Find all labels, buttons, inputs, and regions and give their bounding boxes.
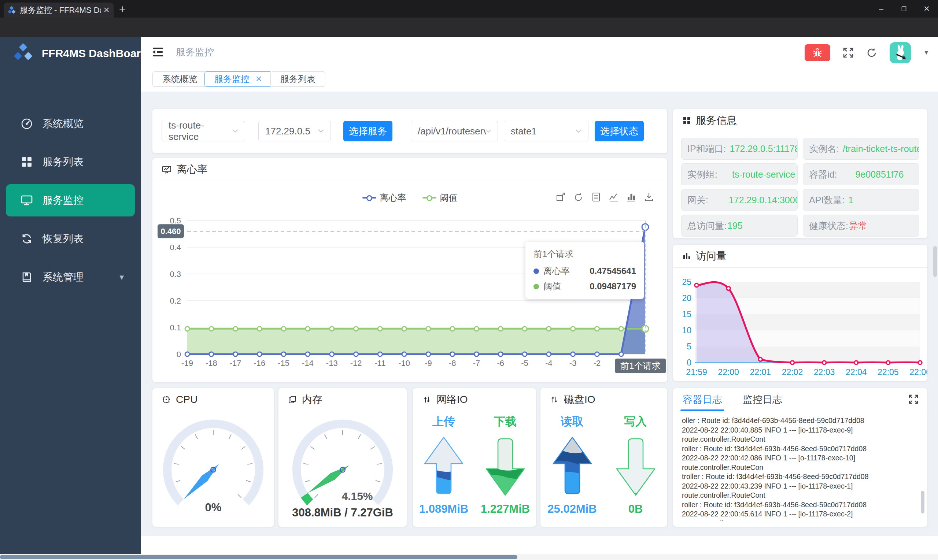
breadcrumb[interactable]: 服务监控 (176, 46, 214, 58)
window-maximize-button[interactable]: ❐ (893, 0, 915, 18)
toolbox-line-icon[interactable] (608, 192, 619, 202)
toolbox-zoom-icon[interactable] (556, 192, 566, 202)
toolbox-save-icon[interactable] (644, 192, 654, 202)
window-minimize-button[interactable]: – (870, 0, 893, 18)
tooltip-title: 前1个请求 (533, 248, 636, 260)
avatar-caret-icon[interactable]: ▼ (923, 49, 929, 56)
memory-card: 内存 4.15% 308.8MiB / 7.27GiB (279, 388, 407, 527)
eccentricity-title: 离心率 (177, 163, 207, 177)
svg-text:20: 20 (682, 293, 692, 303)
monitor-icon (20, 194, 33, 206)
info-field-health-status: 健康状态:异常 (803, 215, 919, 237)
sidebar-item-service-monitor[interactable]: 服务监控 (6, 184, 135, 217)
tooltip-series-name: 阈值 (544, 280, 561, 292)
toolbox-bar-icon[interactable] (626, 192, 636, 202)
svg-text:-5: -5 (521, 358, 528, 368)
svg-text:-16: -16 (254, 358, 265, 368)
svg-text:前1个请求: 前1个请求 (620, 361, 660, 371)
svg-text:-12: -12 (350, 358, 362, 368)
ip-select[interactable]: 172.29.0.5 (258, 121, 331, 142)
svg-text:-18: -18 (206, 358, 217, 368)
svg-text:0.460: 0.460 (160, 227, 181, 236)
svg-text:-3: -3 (569, 358, 577, 368)
cpu-card: CPU 0% (152, 388, 274, 527)
new-tab-button[interactable]: + (119, 4, 126, 15)
legend-marker-icon (362, 195, 376, 200)
series-dot-icon (533, 284, 539, 289)
select-state-button[interactable]: 选择状态 (595, 121, 644, 142)
visits-title: 访问量 (696, 249, 727, 263)
sidebar-item-label: 服务监控 (43, 193, 83, 207)
bug-button[interactable] (805, 44, 830, 61)
page-horizontal-scrollbar[interactable] (0, 554, 938, 560)
series-dot-icon (533, 268, 539, 274)
toolbox-restore-icon[interactable] (573, 192, 584, 202)
tag-service-list[interactable]: 服务列表 (270, 71, 325, 87)
browser-tab-bar: 服务监控 - FFR4MS DashBoard ✕ + – ❐ ✕ (0, 0, 938, 18)
sidebar-collapse-icon[interactable] (152, 46, 164, 58)
memory-percent: 4.15% (293, 490, 421, 503)
tab-container-logs[interactable]: 容器日志 (682, 388, 722, 411)
sidebar-item-recovery-list[interactable]: 恢复列表 (0, 223, 141, 255)
state-select[interactable]: state1 (504, 121, 588, 142)
svg-text:22:04: 22:04 (846, 367, 867, 377)
tag-overview[interactable]: 系统概览 (152, 71, 207, 87)
svg-text:-6: -6 (497, 358, 504, 368)
memory-title: 内存 (302, 392, 322, 406)
toolbox-dataview-icon[interactable] (591, 192, 601, 202)
logs-scrollbar-thumb[interactable] (921, 491, 924, 514)
tooltip-row: 离心率 0.47545641 (533, 265, 636, 277)
upload-arrow-icon (422, 435, 466, 497)
svg-text:-7: -7 (473, 358, 481, 368)
upload-value: 1.089MiB (413, 503, 474, 516)
tab-monitor-logs[interactable]: 监控日志 (743, 388, 782, 411)
sidebar: FFR4MS DashBoard 系统概览 服务列表 服务监控 (0, 37, 141, 560)
tag-label: 服务列表 (280, 73, 316, 85)
sidebar-item-service-list[interactable]: 服务列表 (0, 146, 141, 178)
download-value: 1.227MiB (474, 503, 536, 516)
tooltip-series-value: 0.47545641 (590, 266, 636, 276)
api-select[interactable]: /api/v1/routeservic (411, 121, 498, 142)
state-select-value: state1 (511, 126, 537, 137)
grid-small-icon (682, 117, 691, 125)
memory-detail: 308.8MiB / 7.27GiB (279, 506, 407, 519)
window-close-button[interactable]: ✕ (915, 0, 938, 18)
sidebar-item-label: 服务列表 (43, 155, 83, 169)
bar-chart-icon (682, 252, 691, 260)
tab-title: 服务监控 - FFR4MS DashBoard (20, 5, 101, 16)
cpu-percent: 0% (152, 501, 274, 514)
legend-item-eccentricity[interactable]: 离心率 (362, 192, 407, 204)
filter-card: ts-route-service 172.29.0.5 选择服务 /api/v1… (152, 109, 667, 153)
page-vertical-scrollbar-thumb[interactable] (933, 246, 937, 277)
sidebar-item-label: 恢复列表 (43, 232, 83, 246)
svg-text:10: 10 (682, 326, 692, 335)
fullscreen-icon[interactable] (843, 47, 854, 58)
sidebar-item-system-manage[interactable]: 系统管理 ▼ (0, 261, 141, 293)
tab-close-icon[interactable]: ✕ (103, 6, 110, 15)
service-info-card: 服务信息 IP和端口:172.29.0.5:11178 实例名:/train-t… (673, 109, 927, 238)
service-select[interactable]: ts-route-service (162, 121, 245, 142)
tag-service-monitor[interactable]: 服务监控 ✕ (205, 71, 272, 87)
info-field-container-id: 容器id:9e00851f76 (803, 163, 919, 185)
svg-text:-13: -13 (326, 358, 338, 368)
download-arrow-icon (483, 435, 527, 497)
tooltip-series-name: 离心率 (544, 265, 570, 277)
logs-expand-icon[interactable] (908, 394, 919, 405)
sidebar-item-overview[interactable]: 系统概览 (0, 108, 141, 140)
refresh-page-icon[interactable] (866, 47, 877, 58)
page-horizontal-scrollbar-thumb[interactable] (0, 555, 518, 559)
brand-name: FFR4MS DashBoard (42, 47, 147, 60)
svg-text:5: 5 (687, 342, 692, 351)
tag-close-icon[interactable]: ✕ (256, 74, 262, 84)
select-service-button[interactable]: 选择服务 (343, 121, 393, 142)
svg-text:-14: -14 (302, 358, 314, 368)
browser-tab[interactable]: 服务监控 - FFR4MS DashBoard ✕ (4, 3, 114, 18)
legend-item-threshold[interactable]: 阈值 (422, 192, 457, 204)
chevron-down-icon (576, 129, 582, 133)
svg-text:-4: -4 (545, 358, 553, 368)
svg-text:0: 0 (177, 350, 181, 359)
disk-io-card: 磁盘IO 读取 25.02MiB 写入 0B (541, 388, 667, 527)
app-navbar: 服务监控 (141, 37, 938, 67)
chevron-down-icon (486, 129, 491, 133)
user-avatar[interactable] (890, 42, 911, 63)
